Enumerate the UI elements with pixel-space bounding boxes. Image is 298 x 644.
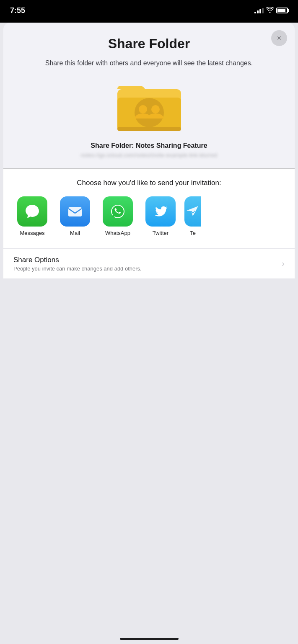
invite-section: Choose how you'd like to send your invit…: [3, 169, 295, 248]
app-whatsapp[interactable]: WhatsApp: [99, 196, 137, 236]
svg-point-5: [151, 105, 160, 113]
share-folder-sheet: × Share Folder Share this folder with ot…: [3, 23, 295, 169]
app-messages[interactable]: Messages: [13, 196, 51, 236]
share-options-content: Share Options People you invite can make…: [13, 256, 282, 272]
mail-label: Mail: [70, 230, 80, 236]
gray-area: [3, 278, 295, 387]
twitter-icon: [145, 196, 176, 227]
status-icons: [254, 7, 288, 14]
svg-point-3: [135, 98, 164, 127]
twitter-label: Twitter: [153, 230, 168, 236]
whatsapp-label: WhatsApp: [105, 230, 130, 236]
chevron-right-icon: ›: [282, 259, 285, 268]
invite-label: Choose how you'd like to send your invit…: [13, 179, 285, 187]
mail-icon: [60, 196, 90, 227]
app-mail[interactable]: Mail: [56, 196, 94, 236]
signal-icon: [254, 8, 264, 13]
telegram-label: Te: [190, 230, 196, 236]
app-telegram-partial[interactable]: Te: [184, 196, 201, 236]
messages-label: Messages: [20, 230, 44, 236]
status-time: 7:55: [10, 6, 25, 15]
telegram-icon: [184, 196, 201, 227]
svg-rect-2: [117, 127, 181, 131]
svg-point-4: [139, 105, 147, 113]
sheet-subtitle: Share this folder with others and everyo…: [13, 58, 285, 68]
folder-label: Share Folder: Notes Sharing Feature: [13, 142, 285, 149]
share-options-section[interactable]: Share Options People you invite can make…: [3, 249, 295, 278]
battery-icon: [276, 8, 288, 13]
wifi-icon: [266, 7, 274, 14]
home-indicator: [120, 638, 179, 640]
section-divider: [3, 168, 295, 169]
sheet-title: Share Folder: [13, 36, 285, 52]
messages-icon: [17, 196, 47, 227]
svg-rect-6: [68, 207, 82, 216]
whatsapp-icon: [103, 196, 133, 227]
share-options-subtitle: People you invite can make changes and a…: [13, 265, 282, 272]
status-bar: 7:55: [0, 0, 298, 21]
folder-link: notes://go.icloud.com/notes/invite-examp…: [13, 152, 285, 158]
apps-row: Messages Mail: [13, 196, 285, 236]
phone-screen: × Share Folder Share this folder with ot…: [0, 23, 298, 644]
share-options-title: Share Options: [13, 256, 282, 264]
app-twitter[interactable]: Twitter: [142, 196, 179, 236]
folder-icon: [116, 77, 183, 135]
folder-icon-container: [13, 77, 285, 135]
close-button[interactable]: ×: [271, 30, 287, 46]
